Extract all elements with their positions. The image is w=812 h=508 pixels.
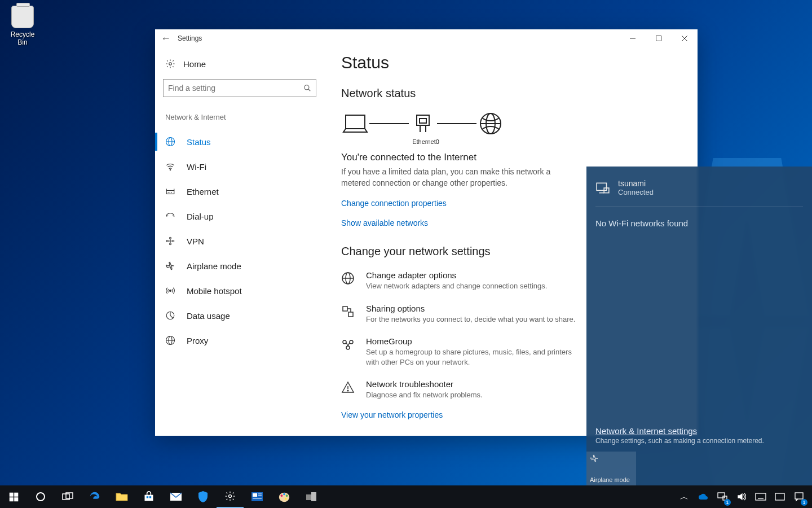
security-button[interactable] [189,485,217,508]
tray-network[interactable] [713,485,732,508]
chevron-up-icon: ︿ [680,492,689,502]
show-networks-link[interactable]: Show available networks [341,218,428,227]
svg-rect-50 [14,497,18,501]
svg-rect-44 [597,183,606,190]
news-button[interactable] [244,485,271,508]
nav-label: Wi-Fi [187,162,206,172]
svg-rect-1 [656,36,661,41]
svg-point-39 [343,340,346,344]
network-entry[interactable]: tsunami Connected [586,173,812,202]
nav-airplane[interactable]: Airplane mode [163,253,316,278]
nav: Status Wi-Fi Ethernet [163,129,316,353]
close-button[interactable] [672,29,698,47]
nav-status[interactable]: Status [163,129,316,154]
svg-rect-55 [147,496,148,498]
airplane-icon [165,261,176,271]
network-settings-link[interactable]: Network & Internet settings [595,426,697,436]
back-button[interactable]: ← [161,33,178,45]
airplane-mode-toggle[interactable]: Airplane mode [586,452,636,485]
row-title: Change adapter options [366,270,547,280]
svg-point-40 [350,340,353,344]
nav-proxy[interactable]: Proxy [163,328,316,353]
search-input[interactable] [168,84,303,93]
paint-button[interactable] [271,485,298,508]
windows-icon [9,492,19,502]
svg-point-65 [281,494,283,497]
network-status-header: Network status [341,87,681,100]
nav-hotspot[interactable]: Mobile hotspot [163,278,316,303]
tray-onedrive[interactable] [694,485,713,508]
row-title: Network troubleshooter [366,379,483,389]
settings-taskbar-button[interactable] [217,485,244,508]
svg-rect-79 [775,493,784,500]
mail-icon [170,492,182,501]
svg-point-41 [346,346,350,349]
tray-input[interactable] [770,485,789,508]
monitor-icon [717,492,727,501]
recycle-bin[interactable]: Recycle Bin [6,6,39,46]
tray-keyboard[interactable] [751,485,770,508]
nav-ethernet[interactable]: Ethernet [163,179,316,204]
tray-volume[interactable] [732,485,751,508]
section-label: Network & Internet [163,113,316,121]
network-flyout: tsunami Connected No Wi-Fi networks foun… [586,167,812,485]
svg-point-66 [283,493,285,496]
row-title: Sharing options [366,304,575,313]
troubleshooter-icon [341,379,357,400]
network-status: Connected [618,188,654,196]
nav-dialup[interactable]: Dial-up [163,204,316,229]
shield-icon [197,491,209,503]
status-icon [165,137,176,147]
maximize-button[interactable] [646,29,672,47]
row-desc: Set up a homegroup to share pictures, mu… [366,347,580,367]
airplane-icon [590,454,633,463]
sidebar: Home Network & Internet Status [155,47,324,436]
app-button[interactable] [298,485,325,508]
network-settings-link-row[interactable]: Network & Internet settings Change setti… [586,426,812,445]
gear-icon [224,491,236,502]
view-properties-link[interactable]: View your network properties [341,410,443,419]
window-title: Settings [178,34,202,42]
tray-chevron[interactable]: ︿ [674,485,694,508]
svg-rect-49 [9,497,13,501]
file-explorer-button[interactable] [108,485,135,508]
change-connection-link[interactable]: Change connection properties [341,199,447,208]
store-button[interactable] [135,485,162,508]
row-desc: View network adapters and change connect… [366,281,547,291]
device-icon [306,492,317,502]
edge-button[interactable] [81,485,108,508]
nav-data[interactable]: Data usage [163,303,316,328]
search-box[interactable] [163,79,316,97]
nav-label: Dial-up [187,212,214,221]
svg-rect-70 [311,492,316,501]
hotspot-icon [165,286,176,296]
monitor-icon [595,181,610,195]
nav-vpn[interactable]: VPN [163,229,316,253]
system-tray: ︿ [674,485,812,508]
start-button[interactable] [0,485,27,508]
dialup-icon [165,211,176,221]
homegroup-icon [341,336,357,367]
nav-label: Data usage [187,311,230,321]
divider [595,207,803,207]
action-center[interactable] [789,485,809,508]
task-view-button[interactable] [54,485,81,508]
news-icon [251,492,263,502]
svg-rect-80 [795,493,803,499]
sharing-icon [341,304,357,325]
home-button[interactable]: Home [163,55,316,79]
cortana-button[interactable] [27,485,54,508]
nav-wifi[interactable]: Wi-Fi [163,154,316,179]
network-name: tsunami [618,179,654,188]
mail-button[interactable] [162,485,189,508]
wifi-icon [165,161,176,172]
nav-label: Ethernet [187,187,219,196]
nav-label: Airplane mode [187,261,241,271]
row-desc: For the networks you connect to, decide … [366,314,575,325]
connection-headline: You're connected to the Internet [341,152,681,163]
svg-point-21 [170,290,171,292]
svg-rect-48 [14,492,18,496]
nav-label: Status [187,137,211,147]
minimize-button[interactable] [620,29,646,47]
paint-icon [278,491,290,503]
